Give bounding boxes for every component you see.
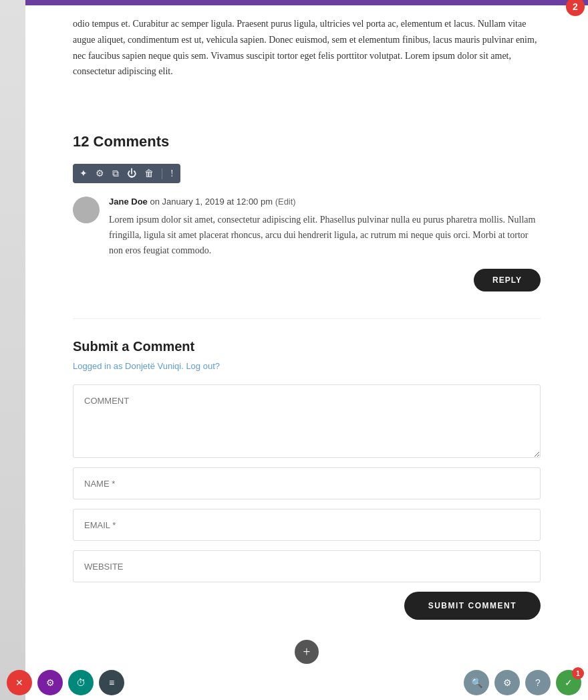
plus-button-area: + — [73, 640, 541, 664]
comment-actions: REPLY — [109, 269, 541, 291]
menu-button[interactable]: ≡ — [99, 670, 124, 695]
checkmark-badge-wrapper: ✓ 1 — [556, 670, 581, 695]
comment-author: Jane Doe — [109, 197, 148, 207]
toolbar-add-icon[interactable]: ✦ — [80, 168, 88, 179]
reply-button[interactable]: REPLY — [474, 269, 541, 291]
comment-item: Jane Doe on January 1, 2019 at 12:00 pm … — [73, 197, 541, 291]
top-bar: 2 — [25, 0, 588, 5]
toolbar-copy-icon[interactable]: ⧉ — [112, 168, 119, 179]
comments-heading: 12 Comments — [73, 133, 541, 150]
logged-in-text: Logged in as Donjetë Vuniqi. Log out? — [73, 361, 541, 371]
left-sidebar — [0, 0, 25, 700]
spacer — [73, 80, 541, 133]
comment-input[interactable] — [73, 384, 541, 458]
website-input[interactable] — [73, 550, 541, 582]
add-content-button[interactable]: + — [295, 640, 319, 664]
submit-heading: Submit a Comment — [73, 339, 541, 354]
avatar-image — [73, 197, 100, 223]
comment-date: on January 1, 2019 at 12:00 pm — [150, 197, 273, 207]
bottom-right-buttons: 🔍 ⚙ ? ✓ 1 — [464, 670, 581, 695]
comment-toolbar: ✦ ⚙ ⧉ ⏻ 🗑 ! — [73, 164, 180, 183]
submit-comment-button[interactable]: SUBMIT COMMENT — [404, 592, 541, 620]
comment-edit-link[interactable]: (Edit) — [275, 197, 296, 207]
submit-row: SUBMIT COMMENT — [73, 592, 541, 620]
main-content: odio tempus et. Curabitur ac semper ligu… — [25, 5, 588, 700]
logout-link[interactable]: Log out? — [186, 361, 220, 371]
email-input[interactable] — [73, 509, 541, 541]
comment-body: Jane Doe on January 1, 2019 at 12:00 pm … — [109, 197, 541, 291]
search-bottom-button[interactable]: 🔍 — [464, 670, 489, 695]
close-button[interactable]: ✕ — [7, 670, 32, 695]
comment-avatar — [73, 197, 100, 223]
submit-section: Submit a Comment Logged in as Donjetë Vu… — [73, 318, 541, 620]
gear-bottom-button[interactable]: ⚙ — [494, 670, 520, 695]
help-button[interactable]: ? — [525, 670, 551, 695]
toolbar-more-icon[interactable]: ! — [170, 168, 174, 179]
name-input[interactable] — [73, 467, 541, 499]
logged-in-label: Logged in as Donjetë Vuniqi. — [73, 361, 184, 371]
bottom-left-buttons: ✕ ⚙ ⏱ ≡ — [7, 670, 124, 695]
toolbar-power-icon[interactable]: ⏻ — [127, 168, 136, 179]
clock-button[interactable]: ⏱ — [68, 670, 94, 695]
notification-badge-bottom: 1 — [572, 667, 584, 679]
toolbar-divider — [162, 168, 162, 179]
settings-button[interactable]: ⚙ — [37, 670, 63, 695]
article-text: odio tempus et. Curabitur ac semper ligu… — [73, 5, 541, 80]
toolbar-delete-icon[interactable]: 🗑 — [144, 168, 154, 179]
comment-meta: Jane Doe on January 1, 2019 at 12:00 pm … — [109, 197, 541, 207]
comment-text: Lorem ipsum dolor sit amet, consectetur … — [109, 212, 541, 258]
toolbar-settings-icon[interactable]: ⚙ — [96, 168, 104, 179]
